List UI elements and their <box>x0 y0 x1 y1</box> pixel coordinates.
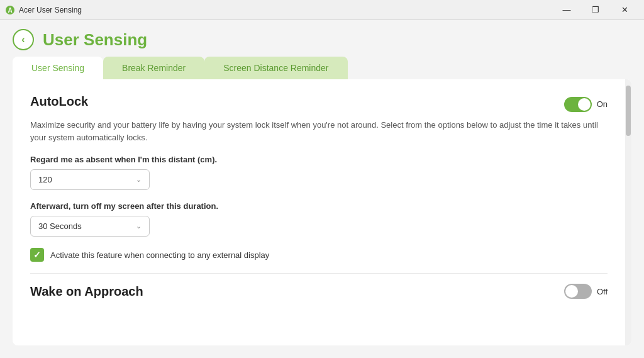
scrollbar-thumb[interactable] <box>626 86 631 136</box>
back-button[interactable]: ‹ <box>13 29 34 50</box>
autolock-toggle-container: On <box>564 97 608 112</box>
tab-user-sensing[interactable]: User Sensing <box>13 57 103 79</box>
wake-toggle-container: Off <box>564 284 608 299</box>
scroll-content: AutoLock On Maximize security and your b… <box>13 79 625 345</box>
autolock-toggle-label: On <box>597 99 608 109</box>
duration-dropdown[interactable]: 30 Seconds ⌄ <box>30 216 150 237</box>
autolock-toggle[interactable] <box>564 97 592 112</box>
tabs-bar: User Sensing Break Reminder Screen Dista… <box>0 57 644 79</box>
section-divider <box>30 273 608 274</box>
duration-value: 30 Seconds <box>38 221 82 231</box>
distance-dropdown[interactable]: 120 ⌄ <box>30 169 150 190</box>
minimize-button[interactable]: — <box>552 0 581 20</box>
wake-header-row: Wake on Approach Off <box>30 284 608 299</box>
external-display-label: Activate this feature when connecting to… <box>50 250 269 260</box>
autolock-description: Maximize security and your battery life … <box>30 119 608 143</box>
wake-toggle-label: Off <box>597 287 608 296</box>
distance-label: Regard me as absent when I'm this distan… <box>30 155 608 164</box>
distance-arrow: ⌄ <box>136 176 142 184</box>
check-icon: ✓ <box>33 250 41 260</box>
external-display-checkbox[interactable]: ✓ <box>30 248 44 262</box>
duration-arrow: ⌄ <box>136 222 142 230</box>
tab-screen-distance[interactable]: Screen Distance Reminder <box>204 57 347 79</box>
maximize-button[interactable]: ❐ <box>581 0 610 20</box>
window-controls: — ❐ ✕ <box>552 0 639 20</box>
scrollbar-track <box>625 79 631 345</box>
title-bar: A Acer User Sensing — ❐ ✕ <box>0 0 644 20</box>
title-bar-title: Acer User Sensing <box>19 6 82 14</box>
duration-label: Afterward, turn off my screen after this… <box>30 201 608 211</box>
wake-title: Wake on Approach <box>30 284 143 299</box>
wake-toggle[interactable] <box>564 284 592 299</box>
content-area: AutoLock On Maximize security and your b… <box>13 79 631 345</box>
close-button[interactable]: ✕ <box>610 0 639 20</box>
app-icon: A <box>5 5 15 15</box>
svg-text:A: A <box>8 7 12 14</box>
distance-value: 120 <box>38 175 52 184</box>
external-display-row: ✓ Activate this feature when connecting … <box>30 248 608 262</box>
wake-toggle-knob <box>565 285 578 298</box>
app-container: ‹ User Sensing User Sensing Break Remind… <box>0 20 644 358</box>
autolock-header-row: AutoLock On <box>30 94 608 114</box>
page-title: User Sensing <box>43 30 147 50</box>
app-header: ‹ User Sensing <box>0 20 644 57</box>
autolock-toggle-knob <box>578 98 591 111</box>
tab-break-reminder[interactable]: Break Reminder <box>103 57 204 79</box>
autolock-title: AutoLock <box>30 94 88 109</box>
